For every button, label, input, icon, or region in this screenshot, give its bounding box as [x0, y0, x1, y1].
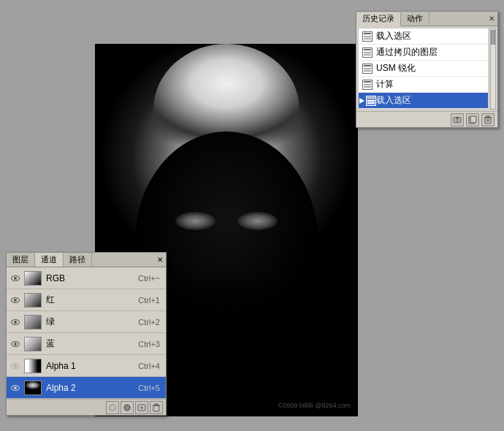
channel-name: Alpha 1	[46, 361, 138, 371]
save-selection-button[interactable]	[121, 401, 134, 414]
channels-panel: 图层 通道 路径 ✕ RGB Ctrl+~ 红 Ct	[6, 252, 167, 416]
history-list: 载入选区 通过拷贝的图层 USM 锐化 计算	[358, 28, 489, 110]
visibility-icon[interactable]	[9, 316, 21, 328]
history-item-selected[interactable]: 载入选区	[359, 93, 488, 109]
channel-name: RGB	[46, 273, 138, 283]
canvas-area: ©2009 billilli @8264.com 历史记录 动作 ✕ 载入选区 …	[0, 0, 504, 431]
scrollbar-thumb[interactable]	[491, 30, 495, 45]
tab-history[interactable]: 历史记录	[356, 12, 401, 26]
history-item-label: 通过拷贝的图层	[376, 46, 485, 58]
svg-rect-5	[485, 118, 491, 123]
svg-rect-7	[486, 116, 489, 118]
channel-name: Alpha 2	[46, 383, 138, 393]
camera-button[interactable]	[451, 113, 464, 126]
channel-shortcut: Ctrl+2	[138, 318, 160, 327]
history-scrollbar[interactable]	[490, 28, 496, 110]
visibility-icon[interactable]	[9, 338, 21, 350]
delete-channel-button[interactable]	[150, 401, 163, 414]
channel-thumbnail	[24, 315, 42, 329]
history-item-label: USM 锐化	[376, 62, 485, 75]
tab-paths[interactable]: 路径	[64, 253, 92, 267]
visibility-icon[interactable]	[9, 294, 21, 306]
tab-layers[interactable]: 图层	[7, 253, 35, 267]
eye-right	[237, 212, 278, 230]
channel-name: 绿	[46, 316, 138, 328]
svg-rect-18	[155, 404, 158, 405]
history-item[interactable]: 通过拷贝的图层	[359, 45, 488, 61]
new-channel-button[interactable]	[135, 401, 148, 414]
delete-state-button[interactable]	[481, 113, 495, 126]
channel-rgb[interactable]: RGB Ctrl+~	[7, 267, 166, 289]
doc-icon	[362, 63, 373, 75]
panel-close-button[interactable]: ✕	[486, 15, 497, 23]
doc-icon	[362, 47, 373, 58]
svg-point-10	[110, 405, 115, 411]
channel-thumbnail	[24, 271, 42, 286]
panel-toolbar	[356, 111, 497, 127]
channel-thumbnail	[24, 359, 42, 373]
channel-thumbnail	[24, 337, 42, 351]
channel-name: 红	[46, 294, 138, 306]
channel-shortcut: Ctrl+1	[138, 296, 160, 305]
visibility-icon[interactable]	[9, 272, 21, 284]
channel-name: 蓝	[46, 337, 138, 350]
tab-actions[interactable]: 动作	[401, 12, 429, 26]
visibility-icon[interactable]	[9, 360, 21, 372]
channel-shortcut: Ctrl+5	[138, 384, 160, 392]
svg-point-1	[456, 118, 459, 121]
channel-shortcut: Ctrl+4	[138, 362, 160, 370]
panel-tabs: 历史记录 动作 ✕	[356, 12, 497, 26]
watermark: ©2009 billilli @8264.com	[278, 402, 351, 409]
channel-shortcut: Ctrl+~	[138, 274, 160, 283]
doc-icon	[362, 31, 373, 42]
channel-alpha1[interactable]: Alpha 1 Ctrl+4	[7, 355, 166, 377]
history-panel: 历史记录 动作 ✕ 载入选区 通过拷贝的图层 USM 锐化	[356, 11, 498, 128]
eye-shape	[11, 275, 20, 281]
svg-rect-4	[470, 116, 476, 123]
svg-rect-16	[153, 405, 159, 411]
load-selection-button[interactable]	[106, 401, 119, 414]
channels-close-button[interactable]: ✕	[154, 256, 166, 264]
doc-icon	[362, 79, 373, 91]
channel-green[interactable]: 绿 Ctrl+2	[7, 311, 166, 333]
channel-blue[interactable]: 蓝 Ctrl+3	[7, 333, 166, 355]
eye-shape	[11, 319, 20, 325]
history-item[interactable]: USM 锐化	[359, 61, 488, 77]
new-state-button[interactable]	[466, 113, 479, 126]
channel-thumbnail	[24, 381, 42, 395]
eye-left	[175, 212, 215, 230]
channels-toolbar	[7, 399, 166, 415]
svg-rect-2	[456, 117, 459, 118]
channel-thumbnail	[24, 293, 42, 308]
channel-shortcut: Ctrl+3	[138, 340, 160, 348]
eye-shape	[11, 363, 20, 369]
history-item-label: 载入选区	[376, 94, 485, 107]
tab-channels[interactable]: 通道	[35, 253, 64, 267]
history-item-label: 计算	[376, 78, 485, 91]
play-icon	[362, 95, 373, 107]
channels-list: RGB Ctrl+~ 红 Ctrl+1 绿 Ctrl+2	[7, 267, 166, 399]
eye-shape	[11, 297, 20, 303]
history-item[interactable]: 载入选区	[359, 28, 488, 45]
history-item-label: 载入选区	[376, 30, 485, 42]
channels-tabs: 图层 通道 路径 ✕	[7, 253, 166, 267]
channel-red[interactable]: 红 Ctrl+1	[7, 289, 166, 311]
history-item[interactable]: 计算	[359, 77, 488, 93]
eye-shape	[11, 341, 20, 347]
visibility-icon[interactable]	[9, 382, 21, 394]
eye-shape	[11, 385, 20, 391]
channel-alpha2[interactable]: Alpha 2 Ctrl+5	[7, 377, 166, 399]
